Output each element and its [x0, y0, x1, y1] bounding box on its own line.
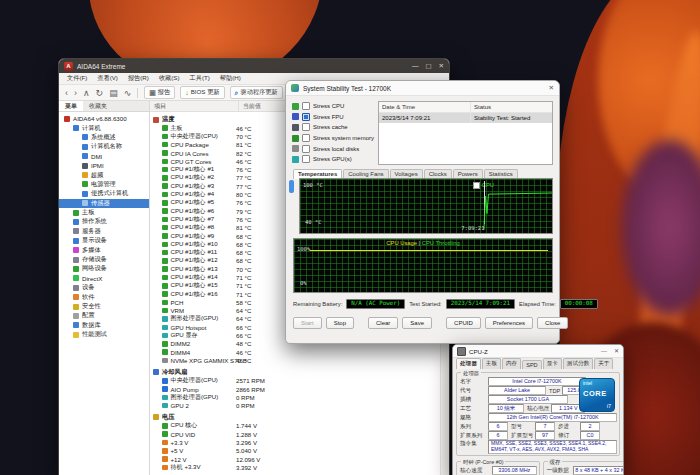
- stop-button[interactable]: Stop: [326, 317, 354, 329]
- sidebar-item[interactable]: 主板: [59, 208, 149, 217]
- cpuid-button[interactable]: CPUID: [446, 317, 481, 329]
- sidebar-item[interactable]: 电源管理: [59, 180, 149, 189]
- start-button[interactable]: Start: [293, 317, 322, 329]
- tree-item-label: AIDA64 v6.88.6300: [73, 115, 127, 122]
- up-icon[interactable]: ∧: [83, 88, 90, 98]
- sidebar-item[interactable]: 配置: [59, 311, 149, 320]
- menu-item[interactable]: 收藏(S): [154, 74, 185, 83]
- sensor-row[interactable]: +3.3 V3.296 V: [150, 438, 441, 446]
- sidebar-item[interactable]: 网络设备: [59, 264, 149, 273]
- column-item[interactable]: 项目: [150, 101, 239, 111]
- sidebar-item[interactable]: AIDA64 v6.88.6300: [59, 114, 149, 123]
- toolbar-button[interactable]: ⌕驱动程序更新: [230, 86, 283, 99]
- sidebar-item[interactable]: 传感器: [59, 199, 149, 208]
- stress-checkbox[interactable]: [302, 102, 310, 110]
- sidebar-item[interactable]: 超频: [59, 170, 149, 179]
- cpuz-titlebar[interactable]: CPU-Z — ✕: [453, 345, 623, 358]
- column-status[interactable]: Status: [471, 102, 552, 112]
- close-icon[interactable]: ✕: [549, 85, 554, 92]
- toolbar-button[interactable]: ▣报告: [144, 86, 175, 99]
- sensor-row[interactable]: 图形处理器(GPU)0 RPM: [150, 393, 441, 401]
- refresh-icon[interactable]: ↻: [96, 88, 104, 98]
- cpuz-tab-0[interactable]: 处理器: [456, 358, 481, 369]
- sst-tab-voltages[interactable]: Voltages: [390, 169, 423, 178]
- minimize-icon[interactable]: —: [412, 63, 419, 70]
- event-log-row[interactable]: 2023/5/14 7:09:21 Stability Test: Starte…: [379, 113, 552, 123]
- menu-item[interactable]: 帮助(H): [215, 74, 246, 83]
- sensor-icon: [162, 448, 168, 454]
- stress-checkbox[interactable]: [302, 145, 310, 153]
- save-button[interactable]: Save: [402, 317, 432, 329]
- stress-option[interactable]: Stress FPU: [292, 112, 372, 123]
- sidebar-item[interactable]: 系统概述: [59, 133, 149, 142]
- sidebar-item[interactable]: 服务器: [59, 227, 149, 236]
- sensor-value: 1.744 V: [236, 422, 257, 429]
- sidebar-item[interactable]: 计算机名称: [59, 142, 149, 151]
- sensor-row[interactable]: +5 V5.040 V: [150, 447, 441, 455]
- sst-tab-powers[interactable]: Powers: [453, 169, 483, 178]
- toolbar-button[interactable]: ↓BIOS 更新: [180, 86, 224, 99]
- sidebar-item[interactable]: 多媒体: [59, 245, 149, 254]
- sidebar-item[interactable]: 便携式计算机: [59, 189, 149, 198]
- close-icon[interactable]: ✕: [439, 63, 444, 70]
- sidebar-item[interactable]: 存储设备: [59, 255, 149, 264]
- close-icon[interactable]: ✕: [614, 348, 619, 354]
- menu-item[interactable]: 报告(R): [123, 74, 154, 83]
- sidebar-item[interactable]: DirectX: [59, 274, 149, 283]
- stress-checkbox[interactable]: [302, 155, 310, 163]
- sst-tab-cooling-fans[interactable]: Cooling Fans: [343, 169, 388, 178]
- cpuz-tab-2[interactable]: 内存: [502, 358, 521, 369]
- sidebar-item[interactable]: 安全性: [59, 302, 149, 311]
- sidebar-item[interactable]: 设备: [59, 283, 149, 292]
- preferences-button[interactable]: Preferences: [485, 317, 533, 329]
- cpuz-tab-1[interactable]: 主板: [482, 358, 501, 369]
- graph-range-slider[interactable]: [289, 180, 294, 193]
- cpuz-tab-6[interactable]: 关于: [594, 358, 613, 369]
- sensor-row[interactable]: GPU 20 RPM: [150, 402, 441, 410]
- cpuz-tab-5[interactable]: 测试分数: [563, 358, 593, 369]
- stress-option[interactable]: Stress system memory: [292, 133, 372, 144]
- cpuz-tab-4[interactable]: 显卡: [543, 358, 562, 369]
- sidebar-item[interactable]: 操作系统: [59, 217, 149, 226]
- stress-checkbox[interactable]: [302, 113, 310, 121]
- minimize-icon[interactable]: —: [601, 348, 607, 354]
- forward-icon[interactable]: ›: [74, 88, 77, 98]
- sidebar-item[interactable]: IPMI: [59, 161, 149, 170]
- sensor-row[interactable]: 中央处理器(CPU)2571 RPM: [150, 377, 441, 385]
- sidebar-item[interactable]: 软件: [59, 292, 149, 301]
- sensor-row[interactable]: NVMe XPG GAMMIX S70 B46 °C: [150, 356, 441, 364]
- stress-option[interactable]: Stress cache: [292, 122, 372, 133]
- stress-option[interactable]: Stress GPU(s): [292, 154, 372, 165]
- menu-item[interactable]: 文件(F): [62, 74, 92, 83]
- sst-tab-clocks[interactable]: Clocks: [424, 169, 452, 178]
- report-wizard-icon[interactable]: ▤: [109, 88, 118, 98]
- usage-graph-plot: CPU Usage | CPU Throttling 100% 0%: [293, 238, 553, 293]
- sensor-row[interactable]: DIMM446 °C: [150, 348, 441, 356]
- tab-favorites[interactable]: 收藏夹: [83, 101, 113, 111]
- sidebar-item[interactable]: 数据库: [59, 321, 149, 330]
- graph-icon[interactable]: ∿: [124, 88, 132, 98]
- sidebar-item[interactable]: 计算机: [59, 123, 149, 132]
- cpuz-tab-3[interactable]: SPD: [522, 360, 542, 369]
- sst-tab-statistics[interactable]: Statistics: [484, 169, 518, 178]
- sensor-row[interactable]: 待机 +3.3V3.392 V: [150, 463, 441, 471]
- sidebar-item[interactable]: 显示设备: [59, 236, 149, 245]
- column-datetime[interactable]: Date & Time: [379, 102, 471, 112]
- sensor-row[interactable]: CPU 核心1.744 V: [150, 422, 441, 430]
- stress-checkbox[interactable]: [302, 134, 310, 142]
- clear-button[interactable]: Clear: [368, 317, 398, 329]
- sst-titlebar[interactable]: System Stability Test - 12700K ✕: [286, 81, 559, 96]
- tab-menu[interactable]: 菜单: [59, 101, 83, 111]
- stress-checkbox[interactable]: [302, 123, 310, 131]
- sensor-row[interactable]: CPU VID1.288 V: [150, 430, 441, 438]
- sidebar-item[interactable]: DMI: [59, 152, 149, 161]
- sidebar-item[interactable]: 性能测试: [59, 330, 149, 339]
- close-button[interactable]: Close: [537, 317, 568, 329]
- maximize-icon[interactable]: ▢: [425, 63, 431, 70]
- menu-item[interactable]: 查看(V): [92, 74, 123, 83]
- menu-item[interactable]: 工具(T): [185, 74, 215, 83]
- aida64-titlebar[interactable]: A AIDA64 Extreme — ▢ ✕: [59, 59, 449, 73]
- stress-option[interactable]: Stress CPU: [292, 101, 372, 112]
- stress-option[interactable]: Stress local disks: [292, 143, 372, 154]
- back-icon[interactable]: ‹: [65, 88, 68, 98]
